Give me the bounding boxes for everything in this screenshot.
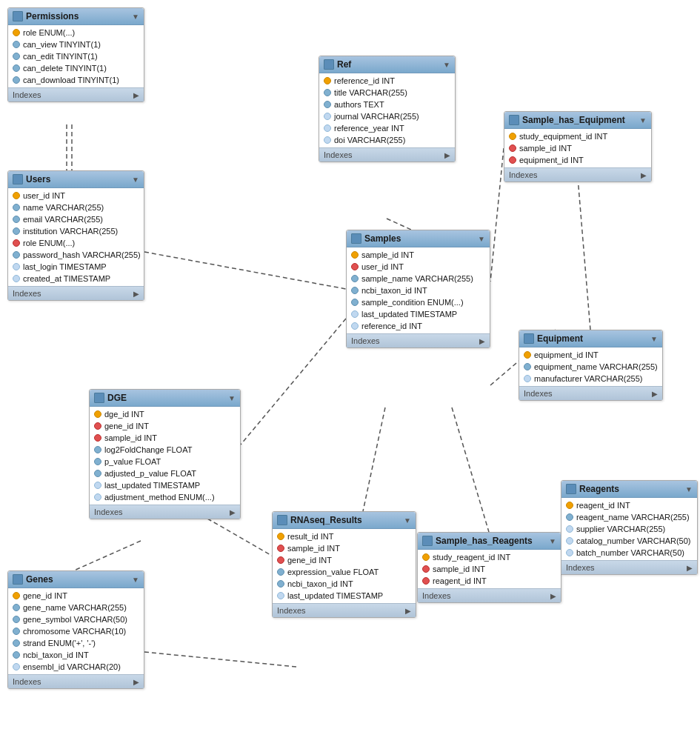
table-permissions[interactable]: Permissions▼role ENUM(...)can_view TINYI… bbox=[7, 7, 144, 102]
table-indexes-footer[interactable]: Indexes▶ bbox=[273, 603, 416, 617]
field-name-label: gene_id INT bbox=[23, 591, 67, 600]
table-header-equipment[interactable]: Equipment▼ bbox=[519, 330, 662, 347]
table-row: equipment_name VARCHAR(255) bbox=[519, 361, 662, 373]
table-indexes-footer[interactable]: Indexes▶ bbox=[8, 87, 144, 102]
indexes-label: Indexes bbox=[524, 389, 553, 398]
svg-line-7 bbox=[241, 319, 346, 445]
table-reagents[interactable]: Reagents▼reagent_id INTreagent_name VARC… bbox=[561, 480, 698, 575]
table-equipment[interactable]: Equipment▼equipment_id INTequipment_name… bbox=[519, 330, 663, 401]
field-icon bbox=[524, 375, 531, 382]
field-icon bbox=[351, 275, 359, 282]
table-header-genes[interactable]: Genes▼ bbox=[8, 571, 144, 588]
table-users[interactable]: Users▼user_id INTname VARCHAR(255)email … bbox=[7, 170, 144, 301]
field-name-label: reference_id INT bbox=[361, 322, 422, 330]
field-name-label: strand ENUM('+', '-') bbox=[23, 639, 96, 648]
table-header-arrow-icon: ▼ bbox=[132, 576, 139, 584]
field-name-label: password_hash VARCHAR(255) bbox=[23, 250, 141, 259]
field-name-label: last_updated TIMESTAMP bbox=[104, 481, 200, 490]
table-indexes-footer[interactable]: Indexes▶ bbox=[504, 167, 651, 182]
field-name-label: title VARCHAR(255) bbox=[334, 88, 407, 97]
table-db-icon bbox=[509, 115, 519, 125]
field-icon bbox=[13, 628, 20, 635]
table-header-arrow-icon: ▼ bbox=[228, 394, 236, 402]
table-header-users[interactable]: Users▼ bbox=[8, 171, 144, 188]
field-icon bbox=[566, 549, 573, 556]
table-row: sample_condition ENUM(...) bbox=[347, 296, 490, 308]
table-indexes-footer[interactable]: Indexes▶ bbox=[347, 333, 490, 347]
field-icon bbox=[566, 537, 573, 545]
field-icon bbox=[277, 592, 284, 599]
table-indexes-footer[interactable]: Indexes▶ bbox=[561, 560, 697, 574]
table-body: study_equipment_id INTsample_id INTequip… bbox=[504, 129, 651, 167]
field-icon bbox=[422, 553, 430, 561]
field-icon bbox=[13, 275, 20, 282]
field-name-label: gene_id INT bbox=[287, 556, 332, 565]
table-header-arrow-icon: ▼ bbox=[132, 176, 139, 184]
table-header-ref[interactable]: Ref▼ bbox=[319, 56, 455, 73]
table-row: gene_name VARCHAR(255) bbox=[8, 602, 144, 613]
table-row: sample_name VARCHAR(255) bbox=[347, 273, 490, 285]
table-genes[interactable]: Genes▼gene_id INTgene_name VARCHAR(255)g… bbox=[7, 570, 144, 689]
indexes-arrow-icon: ▶ bbox=[641, 171, 647, 179]
table-row: gene_id INT bbox=[8, 590, 144, 602]
table-header-dge[interactable]: DGE▼ bbox=[90, 390, 240, 407]
field-icon bbox=[509, 133, 516, 140]
field-name-label: ncbi_taxon_id INT bbox=[287, 579, 353, 588]
table-samples[interactable]: Samples▼sample_id INTuser_id INTsample_n… bbox=[346, 230, 490, 348]
table-indexes-footer[interactable]: Indexes▶ bbox=[90, 505, 240, 519]
field-icon bbox=[13, 192, 20, 199]
indexes-label: Indexes bbox=[13, 289, 41, 298]
field-name-label: chromosome VARCHAR(10) bbox=[23, 627, 126, 636]
field-name-label: user_id INT bbox=[23, 191, 65, 200]
field-icon bbox=[566, 513, 573, 521]
table-header-permissions[interactable]: Permissions▼ bbox=[8, 8, 144, 25]
table-sample_has_reagents[interactable]: Sample_has_Reagents▼study_reagent_id INT… bbox=[417, 532, 561, 603]
field-icon bbox=[94, 446, 101, 453]
table-db-icon bbox=[422, 536, 433, 546]
table-dge[interactable]: DGE▼dge_id INTgene_id INTsample_id INTlo… bbox=[89, 389, 241, 519]
table-body: reagent_id INTreagent_name VARCHAR(255)s… bbox=[561, 498, 697, 560]
field-name-label: sample_id INT bbox=[104, 433, 157, 442]
table-indexes-footer[interactable]: Indexes▶ bbox=[319, 147, 455, 162]
field-icon bbox=[94, 458, 101, 465]
table-rnaseq_results[interactable]: RNAseq_Results▼result_id INTsample_id IN… bbox=[272, 511, 416, 618]
table-name-label: Equipment bbox=[537, 333, 583, 344]
table-indexes-footer[interactable]: Indexes▶ bbox=[418, 588, 561, 602]
field-icon bbox=[13, 76, 20, 84]
table-body: equipment_id INTequipment_name VARCHAR(2… bbox=[519, 347, 662, 386]
field-icon bbox=[324, 101, 331, 108]
table-row: user_id INT bbox=[347, 261, 490, 273]
table-row: gene_symbol VARCHAR(50) bbox=[8, 613, 144, 625]
table-header-rnaseq_results[interactable]: RNAseq_Results▼ bbox=[273, 512, 416, 529]
table-indexes-footer[interactable]: Indexes▶ bbox=[8, 286, 144, 300]
table-row: can_edit TINYINT(1) bbox=[8, 50, 144, 62]
table-indexes-footer[interactable]: Indexes▶ bbox=[8, 674, 144, 688]
erd-diagram: Permissions▼role ENUM(...)can_view TINYI… bbox=[0, 0, 700, 752]
table-row: title VARCHAR(255) bbox=[319, 87, 455, 99]
table-header-samples[interactable]: Samples▼ bbox=[347, 230, 490, 247]
field-icon bbox=[13, 604, 20, 611]
table-header-arrow-icon: ▼ bbox=[478, 235, 485, 243]
field-name-label: name VARCHAR(255) bbox=[23, 203, 104, 212]
field-icon bbox=[566, 502, 573, 509]
table-row: ncbi_taxon_id INT bbox=[273, 578, 416, 590]
table-header-reagents[interactable]: Reagents▼ bbox=[561, 481, 697, 498]
field-name-label: gene_symbol VARCHAR(50) bbox=[23, 615, 127, 624]
field-icon bbox=[13, 64, 20, 72]
table-sample_has_equipment[interactable]: Sample_has_Equipment▼study_equipment_id … bbox=[504, 111, 652, 182]
table-ref[interactable]: Ref▼reference_id INTtitle VARCHAR(255)au… bbox=[319, 56, 456, 162]
svg-line-8 bbox=[363, 407, 385, 511]
field-icon bbox=[94, 470, 101, 477]
table-row: chromosome VARCHAR(10) bbox=[8, 625, 144, 637]
table-header-sample_has_reagents[interactable]: Sample_has_Reagents▼ bbox=[418, 533, 561, 550]
field-name-label: catalog_number VARCHAR(50) bbox=[576, 536, 690, 545]
field-icon bbox=[94, 422, 101, 430]
table-row: can_delete TINYINT(1) bbox=[8, 62, 144, 74]
table-indexes-footer[interactable]: Indexes▶ bbox=[519, 386, 662, 400]
table-header-sample_has_equipment[interactable]: Sample_has_Equipment▼ bbox=[504, 112, 651, 129]
field-name-label: sample_id INT bbox=[361, 250, 414, 259]
table-header-arrow-icon: ▼ bbox=[650, 335, 658, 343]
table-header-arrow-icon: ▼ bbox=[549, 537, 556, 545]
svg-line-11 bbox=[144, 652, 296, 667]
field-name-label: institution VARCHAR(255) bbox=[23, 227, 118, 236]
